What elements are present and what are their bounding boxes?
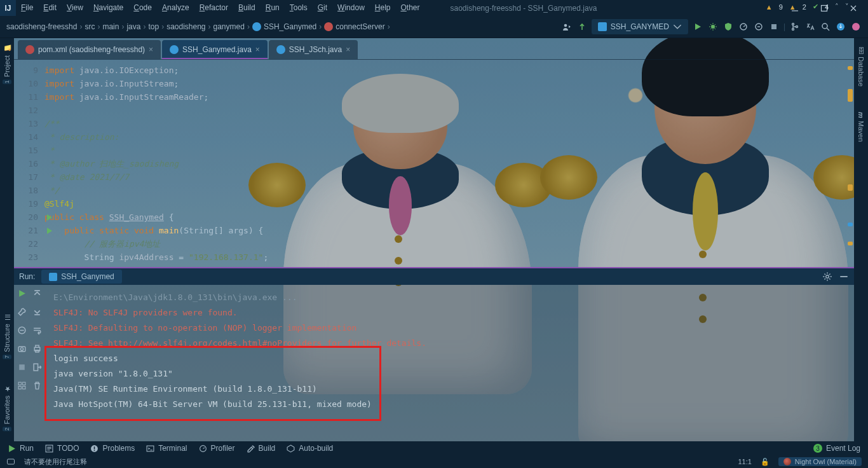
gutter-line-number[interactable]: 21 bbox=[14, 224, 44, 237]
git-branch-icon[interactable] bbox=[789, 21, 801, 32]
rerun-icon[interactable] bbox=[17, 289, 27, 301]
console-line[interactable]: login success bbox=[53, 351, 845, 366]
soft-wrap-icon[interactable] bbox=[32, 326, 42, 338]
error-stripe[interactable] bbox=[848, 64, 853, 261]
print-icon[interactable] bbox=[32, 344, 42, 356]
breadcrumb-item[interactable]: main bbox=[102, 22, 119, 31]
hide-toolwindow-icon[interactable] bbox=[839, 272, 849, 282]
breadcrumb-item[interactable]: saodisheng-freesshd bbox=[6, 22, 77, 31]
menu-git[interactable]: Git bbox=[313, 0, 332, 16]
stop-icon[interactable] bbox=[17, 362, 27, 375]
console-line[interactable]: E:\Environment\Java\jdk1.8.0_131\bin\jav… bbox=[53, 290, 845, 305]
code-line[interactable]: String ipv4Address = "192.168.137.1"; bbox=[44, 251, 854, 264]
gutter-line-number[interactable]: 13 bbox=[14, 117, 44, 130]
gutter-line-number[interactable]: 9 bbox=[14, 64, 44, 77]
eventlog-toolwindow-button[interactable]: 3 Event Log bbox=[813, 444, 860, 453]
editor-tab[interactable]: SSH_JSch.java × bbox=[269, 40, 358, 59]
console-line[interactable]: SLF4J: No SLF4J providers were found. bbox=[53, 305, 845, 320]
code-line[interactable]: * @date 2021/7/7 bbox=[44, 170, 854, 184]
gutter-line-number[interactable]: 22 bbox=[14, 237, 44, 251]
tools-icon[interactable] bbox=[17, 307, 27, 319]
todo-toolwindow-button[interactable]: TODO bbox=[45, 444, 79, 453]
editor-code-area[interactable]: import java.io.IOException;import java.i… bbox=[44, 60, 854, 265]
breadcrumb-item[interactable]: connectServer bbox=[336, 22, 384, 31]
translate-icon[interactable] bbox=[804, 21, 816, 32]
run-tab[interactable]: SSH_Ganymed bbox=[41, 270, 121, 284]
coverage-icon[interactable] bbox=[722, 21, 734, 32]
gutter-line-number[interactable]: 18 bbox=[14, 184, 44, 197]
code-line[interactable]: */ bbox=[44, 184, 854, 197]
editor-gutter[interactable]: 91011121314151617181920212223 bbox=[14, 60, 44, 265]
code-line[interactable]: import java.io.IOException; bbox=[44, 64, 854, 77]
code-line[interactable]: public static void main(String[] args) { bbox=[44, 224, 854, 237]
breadcrumbs[interactable]: saodisheng-freesshd› src› main› java› to… bbox=[6, 22, 390, 31]
menu-build[interactable]: Build bbox=[233, 0, 261, 16]
code-line[interactable]: public class SSH_Ganymed { bbox=[44, 210, 854, 224]
breadcrumb-item[interactable]: SSH_Ganymed bbox=[264, 22, 316, 31]
gutter-line-number[interactable]: 16 bbox=[14, 157, 44, 170]
build-toolwindow-button[interactable]: Build bbox=[247, 444, 276, 453]
scroll-down-icon[interactable] bbox=[32, 307, 42, 319]
code-line[interactable]: // 服务器ipv4地址 bbox=[44, 237, 854, 251]
problems-toolwindow-button[interactable]: Problems bbox=[90, 444, 135, 453]
menu-other[interactable]: Other bbox=[395, 0, 424, 16]
run-console[interactable]: E:\Environment\Java\jdk1.8.0_131\bin\jav… bbox=[44, 285, 854, 444]
menu-tools[interactable]: Tools bbox=[285, 0, 313, 16]
console-line[interactable]: Java HotSpot(TM) 64-Bit Server VM (build… bbox=[53, 397, 845, 412]
breadcrumb-item[interactable]: ganymed bbox=[214, 22, 245, 31]
breadcrumb-item[interactable]: java bbox=[126, 22, 140, 31]
run-toolwindow-button[interactable]: Run bbox=[8, 444, 34, 453]
code-line[interactable]: * description: bbox=[44, 130, 854, 144]
autobuild-toolwindow-button[interactable]: Auto-build bbox=[287, 444, 333, 453]
debug-icon[interactable] bbox=[707, 21, 719, 32]
gutter-line-number[interactable]: 20 bbox=[14, 210, 44, 224]
gutter-line-number[interactable]: 10 bbox=[14, 77, 44, 90]
menu-edit[interactable]: Edit bbox=[38, 0, 62, 16]
ide-settings-icon[interactable] bbox=[850, 21, 862, 32]
menu-analyze[interactable]: Analyze bbox=[157, 0, 194, 16]
profiler-toolwindow-button[interactable]: Profiler bbox=[199, 444, 235, 453]
menu-view[interactable]: View bbox=[62, 0, 88, 16]
code-line[interactable]: /** bbox=[44, 117, 854, 130]
chevron-down-icon[interactable]: ˅ bbox=[845, 3, 849, 11]
gear-icon[interactable] bbox=[822, 272, 832, 282]
main-menu[interactable]: FileEditViewNavigateCodeAnalyzeRefactorB… bbox=[16, 0, 425, 16]
run-configuration-dropdown[interactable]: SSH_GANYMED bbox=[592, 19, 688, 34]
code-line[interactable]: * @author 扫地生_saodisheng bbox=[44, 157, 854, 170]
profile-icon[interactable] bbox=[738, 21, 749, 32]
code-line[interactable]: @Slf4j bbox=[44, 197, 854, 210]
console-line[interactable]: SLF4J: See http://www.slf4j.org/codes.ht… bbox=[53, 336, 845, 351]
chevron-up-icon[interactable]: ˄ bbox=[835, 3, 839, 11]
menu-navigate[interactable]: Navigate bbox=[88, 0, 128, 16]
attach-debugger-icon[interactable] bbox=[17, 326, 27, 338]
console-line[interactable]: Java(TM) SE Runtime Environment (build 1… bbox=[53, 382, 845, 397]
stop-icon[interactable] bbox=[768, 21, 780, 32]
close-tab-icon[interactable]: × bbox=[149, 45, 153, 54]
inspection-widget[interactable]: ▲ 9 ▲ 2 ✔ 4 ˄ ˅ bbox=[766, 3, 849, 11]
menu-code[interactable]: Code bbox=[128, 0, 157, 16]
editor-tab[interactable]: pom.xml (saodisheng-freesshd) × bbox=[18, 40, 161, 59]
editor-tab[interactable]: SSH_Ganymed.java × bbox=[162, 40, 268, 59]
camera-icon[interactable] bbox=[17, 344, 27, 356]
database-toolwindow-button[interactable]: 🗄Database bbox=[857, 47, 865, 86]
layout-icon[interactable] bbox=[17, 381, 27, 393]
gutter-line-number[interactable]: 14 bbox=[14, 130, 44, 144]
gutter-line-number[interactable]: 19 bbox=[14, 197, 44, 210]
search-icon[interactable] bbox=[820, 21, 831, 32]
exit-icon[interactable] bbox=[32, 362, 42, 375]
terminal-toolwindow-button[interactable]: Terminal bbox=[146, 444, 187, 453]
favorites-toolwindow-button[interactable]: 2Favorites★ bbox=[3, 385, 11, 431]
trash-icon[interactable] bbox=[32, 381, 42, 393]
console-line[interactable]: SLF4J: Defaulting to no-operation (NOP) … bbox=[53, 320, 845, 336]
scroll-up-icon[interactable] bbox=[32, 289, 42, 301]
project-toolwindow-button[interactable]: 1Project📁 bbox=[3, 45, 11, 84]
lock-icon[interactable]: 🔓 bbox=[761, 458, 770, 466]
code-line[interactable]: import java.io.InputStreamReader; bbox=[44, 90, 854, 104]
gutter-line-number[interactable]: 23 bbox=[14, 251, 44, 264]
caret-position[interactable]: 11:1 bbox=[738, 458, 751, 465]
menu-refactor[interactable]: Refactor bbox=[194, 0, 233, 16]
structure-toolwindow-button[interactable]: 7Structure☰ bbox=[3, 313, 11, 359]
run-icon[interactable] bbox=[692, 21, 703, 32]
attach-icon[interactable] bbox=[753, 21, 764, 32]
console-line[interactable]: java version "1.8.0_131" bbox=[53, 366, 845, 382]
